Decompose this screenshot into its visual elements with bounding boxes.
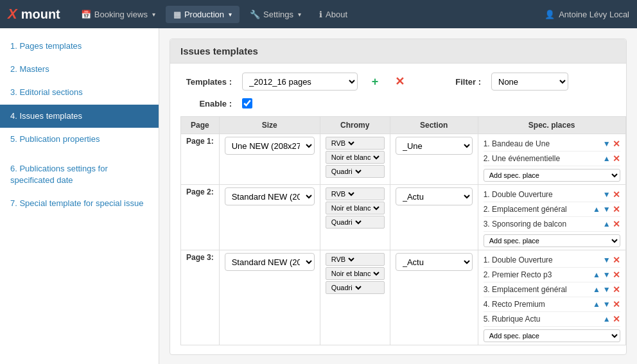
sidebar-item-publication-properties[interactable]: 5. Publication properties xyxy=(0,128,159,151)
booking-icon: 📅 xyxy=(81,10,91,19)
enable-row: Enable : xyxy=(180,98,616,108)
move-up-icon[interactable]: ▲ xyxy=(592,205,601,214)
sidebar-item-pages-templates[interactable]: 1. Pages templates xyxy=(0,35,159,58)
sidebar-item-issues-templates[interactable]: 4. Issues templates xyxy=(0,105,159,128)
spec-place-row: 5. Rubrique Actu▲✕ xyxy=(484,312,620,327)
chromy-cell: RVBNoir et blancQuadri xyxy=(320,185,390,250)
chromy-select[interactable]: Quadri xyxy=(329,283,363,292)
remove-spec-place-button[interactable]: ✕ xyxy=(613,284,620,295)
chromy-item[interactable]: Quadri xyxy=(326,216,385,229)
sidebar-item-special-template[interactable]: 7. Special template for special issue xyxy=(0,192,159,215)
chromy-item[interactable]: RVB xyxy=(326,187,385,200)
spec-place-actions: ▲▼✕ xyxy=(592,299,620,309)
caret-icon: ▾ xyxy=(229,11,232,18)
sidebar: 1. Pages templates 2. Masters 3. Editori… xyxy=(0,28,159,364)
remove-template-button[interactable]: ✕ xyxy=(392,74,406,89)
page-cell: Page 3: xyxy=(181,250,220,345)
spec-place-actions: ▲✕ xyxy=(602,219,620,229)
size-select[interactable]: Standard NEW (208x276 xyxy=(225,187,315,205)
nav-production[interactable]: ▦ Production ▾ xyxy=(166,6,240,23)
move-up-icon[interactable]: ▲ xyxy=(602,154,611,163)
size-select[interactable]: Standard NEW (208x276 xyxy=(225,253,315,271)
template-controls: Templates : _2012_16 pages _2013_16 page… xyxy=(180,73,616,91)
chromy-select[interactable]: Noir et blanc xyxy=(329,204,381,212)
enable-label: Enable : xyxy=(180,99,232,108)
spec-place-name: 5. Rubrique Actu xyxy=(484,315,602,324)
username: Antoine Lévy Local xyxy=(559,10,629,19)
move-down-icon[interactable]: ▼ xyxy=(602,205,611,214)
add-spec-place-select[interactable]: Add spec. place xyxy=(484,234,620,247)
spec-place-actions: ▼✕ xyxy=(602,139,620,149)
chromy-item[interactable]: Noir et blanc xyxy=(326,202,385,214)
move-down-icon[interactable]: ▼ xyxy=(602,300,611,309)
chromy-item[interactable]: RVB xyxy=(326,253,385,266)
settings-icon: 🔧 xyxy=(250,10,260,19)
sidebar-item-editorial-sections[interactable]: 3. Editorial sections xyxy=(0,81,159,104)
spec-place-name: 3. Sponsoring de balcon xyxy=(484,220,602,229)
move-down-icon[interactable]: ▼ xyxy=(602,256,611,264)
remove-spec-place-button[interactable]: ✕ xyxy=(613,139,620,149)
section-select[interactable]: _Une xyxy=(396,137,473,155)
chromy-item[interactable]: Quadri xyxy=(326,281,385,294)
info-icon: ℹ xyxy=(319,10,322,19)
page-cell: Page 1: xyxy=(181,134,220,185)
section-select[interactable]: _Actu xyxy=(396,187,473,205)
add-spec-place-row: Add spec. place xyxy=(484,329,620,342)
filter-label: Filter : xyxy=(430,77,481,87)
chromy-cell: RVBNoir et blancQuadri xyxy=(320,134,390,185)
chromy-select[interactable]: RVB xyxy=(329,139,356,148)
remove-spec-place-button[interactable]: ✕ xyxy=(613,255,620,265)
chromy-item[interactable]: Noir et blanc xyxy=(326,267,385,280)
spec-place-actions: ▲▼✕ xyxy=(592,284,620,295)
chromy-select[interactable]: Noir et blanc xyxy=(329,269,381,278)
remove-spec-place-button[interactable]: ✕ xyxy=(613,204,620,214)
chromy-item[interactable]: Quadri xyxy=(326,165,385,178)
move-up-icon[interactable]: ▲ xyxy=(592,285,601,294)
nav-booking-views[interactable]: 📅 Booking views ▾ xyxy=(73,6,163,23)
filter-select[interactable]: None xyxy=(491,73,568,91)
remove-spec-place-button[interactable]: ✕ xyxy=(613,189,620,200)
remove-spec-place-button[interactable]: ✕ xyxy=(613,314,620,324)
remove-spec-place-button[interactable]: ✕ xyxy=(613,219,620,229)
nav-about[interactable]: ℹ About xyxy=(311,6,355,23)
sidebar-item-publications-settings[interactable]: 6. Publications settings for specificate… xyxy=(0,157,159,192)
chromy-item[interactable]: Noir et blanc xyxy=(326,151,385,164)
enable-checkbox[interactable] xyxy=(242,98,252,108)
move-up-icon[interactable]: ▲ xyxy=(602,220,611,229)
chromy-select[interactable]: Noir et blanc xyxy=(329,153,381,162)
spec-place-actions: ▼✕ xyxy=(602,189,620,200)
chromy-item[interactable]: RVB xyxy=(326,137,385,150)
add-spec-place-select[interactable]: Add spec. place xyxy=(484,169,620,182)
templates-select[interactable]: _2012_16 pages _2013_16 pages xyxy=(242,73,358,91)
remove-spec-place-button[interactable]: ✕ xyxy=(613,299,620,309)
nav-settings[interactable]: 🔧 Settings ▾ xyxy=(242,6,309,23)
spec-place-row: 1. Bandeau de Une▼✕ xyxy=(484,137,620,152)
chromy-select[interactable]: Quadri xyxy=(329,218,363,227)
remove-spec-place-button[interactable]: ✕ xyxy=(613,153,620,164)
spec-place-row: 1. Double Ouverture▼✕ xyxy=(484,253,620,268)
remove-spec-place-button[interactable]: ✕ xyxy=(613,270,620,280)
section-select[interactable]: _Actu xyxy=(396,253,473,271)
spec-place-name: 2. Premier Recto p3 xyxy=(484,270,592,279)
app-layout: 1. Pages templates 2. Masters 3. Editori… xyxy=(0,28,637,364)
move-down-icon[interactable]: ▼ xyxy=(602,139,611,148)
move-up-icon[interactable]: ▲ xyxy=(592,270,601,279)
brand-logo[interactable]: X mount xyxy=(8,6,60,22)
move-down-icon[interactable]: ▼ xyxy=(602,270,611,279)
move-down-icon[interactable]: ▼ xyxy=(602,190,611,199)
col-spec-places: Spec. places xyxy=(478,117,625,134)
add-spec-place-select[interactable]: Add spec. place xyxy=(484,329,620,342)
chromy-select[interactable]: RVB xyxy=(329,189,356,198)
chromy-select[interactable]: Quadri xyxy=(329,167,363,176)
spec-place-name: 1. Bandeau de Une xyxy=(484,139,602,148)
spec-place-name: 2. Emplacement général xyxy=(484,205,592,214)
brand-name: mount xyxy=(21,7,60,22)
spec-places-cell: 1. Bandeau de Une▼✕2. Une événementielle… xyxy=(478,134,625,185)
sidebar-item-masters[interactable]: 2. Masters xyxy=(0,58,159,81)
move-up-icon[interactable]: ▲ xyxy=(602,315,611,324)
size-select[interactable]: Une NEW (208x276) xyxy=(225,137,315,155)
move-down-icon[interactable]: ▼ xyxy=(602,285,611,294)
move-up-icon[interactable]: ▲ xyxy=(592,300,601,309)
chromy-select[interactable]: RVB xyxy=(329,255,356,264)
add-template-button[interactable]: + xyxy=(368,74,382,89)
